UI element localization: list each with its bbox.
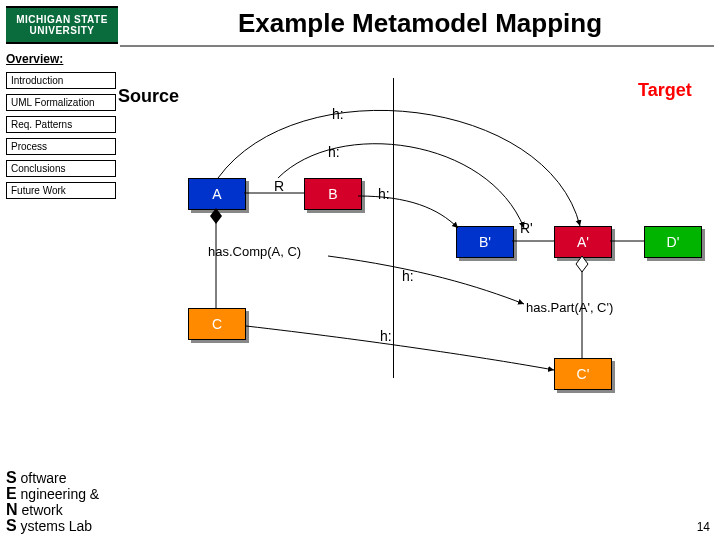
assoc-r-prime: R'	[520, 220, 533, 236]
footer-word-4: ystems Lab	[17, 518, 92, 534]
sidebar-item-introduction[interactable]: Introduction	[6, 72, 116, 89]
footer-cap-s2: S	[6, 517, 17, 534]
svg-marker-3	[210, 208, 222, 224]
sidebar-item-label: UML Formalization	[11, 97, 95, 108]
rel-hascomp: has.Comp(A, C)	[208, 244, 301, 259]
sidebar-item-process[interactable]: Process	[6, 138, 116, 155]
slide: MICHIGAN STATE UNIVERSITY Example Metamo…	[0, 0, 720, 540]
footer-cap-s1: S	[6, 469, 17, 486]
sidebar-item-patterns[interactable]: Req. Patterns	[6, 116, 116, 133]
h-label-5: h:	[380, 328, 392, 344]
rel-haspart: has.Part(A', C')	[526, 300, 613, 315]
sidebar-item-conclusions[interactable]: Conclusions	[6, 160, 116, 177]
svg-marker-7	[576, 256, 588, 272]
footer-cap-n: N	[6, 501, 18, 518]
h-label-1: h:	[332, 106, 344, 122]
node-d-prime: D'	[644, 226, 702, 258]
footer-cap-e: E	[6, 485, 17, 502]
h-label-3: h:	[378, 186, 390, 202]
node-c: C	[188, 308, 246, 340]
mapping-diagram: Source Target A B R C has.Comp(A, C) B' …	[118, 78, 720, 438]
sidebar-item-future[interactable]: Future Work	[6, 182, 116, 199]
footer-word-1: oftware	[17, 470, 67, 486]
target-heading: Target	[638, 80, 692, 101]
footer-word-2: ngineering &	[17, 486, 100, 502]
node-b: B	[304, 178, 362, 210]
lab-footer: S oftware E ngineering & N etwork S yste…	[6, 470, 99, 534]
overview-heading: Overview:	[6, 52, 63, 66]
h-label-4: h:	[402, 268, 414, 284]
footer-word-3: etwork	[18, 502, 63, 518]
node-b-prime: B'	[456, 226, 514, 258]
sidebar-item-label: Future Work	[11, 185, 66, 196]
university-logo: MICHIGAN STATE UNIVERSITY	[6, 6, 118, 44]
sidebar-item-label: Process	[11, 141, 47, 152]
assoc-r: R	[274, 178, 284, 194]
node-a-prime: A'	[554, 226, 612, 258]
divider-line	[393, 78, 394, 378]
sidebar-item-uml[interactable]: UML Formalization	[6, 94, 116, 111]
node-a: A	[188, 178, 246, 210]
sidebar-item-label: Introduction	[11, 75, 63, 86]
sidebar-item-label: Req. Patterns	[11, 119, 72, 130]
page-number: 14	[697, 520, 710, 534]
sidebar-item-label: Conclusions	[11, 163, 65, 174]
node-c-prime: C'	[554, 358, 612, 390]
source-heading: Source	[118, 86, 179, 107]
h-label-2: h:	[328, 144, 340, 160]
page-title: Example Metamodel Mapping	[130, 8, 710, 39]
